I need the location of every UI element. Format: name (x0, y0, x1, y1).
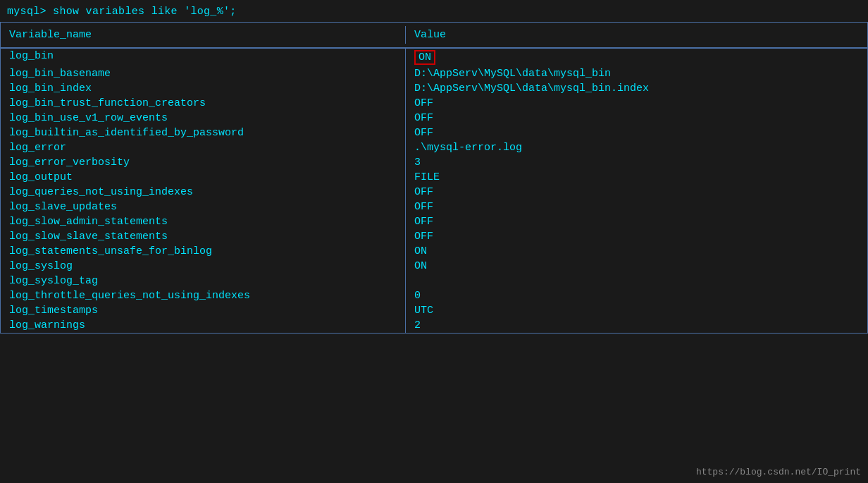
variable-cell: log_slave_updates (1, 200, 406, 214)
value-cell: 3 (406, 155, 867, 170)
variable-cell: log_slow_admin_statements (1, 214, 406, 229)
value-cell: FILE (406, 170, 867, 185)
table-wrapper: Variable_name Value log_binONlog_bin_bas… (0, 22, 868, 334)
table-row: log_error.\mysql-error.log (1, 140, 867, 155)
variable-cell: log_bin (1, 49, 406, 66)
variable-cell: log_throttle_queries_not_using_indexes (1, 288, 406, 303)
table-row: log_timestampsUTC (1, 303, 867, 318)
table-row: log_syslogON (1, 259, 867, 274)
variable-cell: log_statements_unsafe_for_binlog (1, 244, 406, 259)
value-cell: OFF (406, 185, 867, 200)
variable-cell: log_bin_use_v1_row_events (1, 111, 406, 126)
value-cell: OFF (406, 111, 867, 126)
table-row: log_slow_slave_statementsOFF (1, 229, 867, 244)
variable-cell: log_builtin_as_identified_by_password (1, 126, 406, 140)
value-cell: OFF (406, 200, 867, 214)
on-highlight-badge: ON (414, 50, 435, 65)
variable-cell: log_bin_basename (1, 66, 406, 81)
command-line: mysql> show variables like 'log_%'; (0, 0, 868, 22)
variable-cell: log_bin_index (1, 81, 406, 96)
value-cell: D:\AppServ\MySQL\data\mysql_bin (406, 66, 867, 81)
variable-cell: log_error_verbosity (1, 155, 406, 170)
table-row: log_builtin_as_identified_by_passwordOFF (1, 126, 867, 140)
value-cell: ON (406, 244, 867, 259)
table-row: log_syslog_tag (1, 274, 867, 288)
variable-cell: log_slow_slave_statements (1, 229, 406, 244)
table-row: log_error_verbosity3 (1, 155, 867, 170)
value-cell: ON (406, 49, 867, 66)
terminal: mysql> show variables like 'log_%'; Vari… (0, 0, 868, 483)
variable-cell: log_error (1, 140, 406, 155)
header-value: Value (406, 26, 867, 44)
header-variable: Variable_name (1, 26, 406, 44)
variable-cell: log_bin_trust_function_creators (1, 96, 406, 111)
variable-cell: log_warnings (1, 318, 406, 333)
table-row: log_bin_use_v1_row_eventsOFF (1, 111, 867, 126)
table-row: log_binON (1, 49, 867, 66)
table-row: log_queries_not_using_indexesOFF (1, 185, 867, 200)
table-row: log_slow_admin_statementsOFF (1, 214, 867, 229)
value-cell: UTC (406, 303, 867, 318)
rows-container: log_binONlog_bin_basenameD:\AppServ\MySQ… (1, 49, 867, 333)
value-cell: 2 (406, 318, 867, 333)
bottom-divider (1, 333, 867, 334)
variable-cell: log_output (1, 170, 406, 185)
table-row: log_slave_updatesOFF (1, 200, 867, 214)
value-cell: ON (406, 259, 867, 274)
value-cell: OFF (406, 229, 867, 244)
table-row: log_statements_unsafe_for_binlogON (1, 244, 867, 259)
variable-cell: log_syslog_tag (1, 274, 406, 288)
value-cell: OFF (406, 214, 867, 229)
variable-cell: log_syslog (1, 259, 406, 274)
watermark: https://blog.csdn.net/IO_print (696, 467, 861, 477)
variable-cell: log_queries_not_using_indexes (1, 185, 406, 200)
table-row: log_bin_basenameD:\AppServ\MySQL\data\my… (1, 66, 867, 81)
table-row: log_outputFILE (1, 170, 867, 185)
value-cell: .\mysql-error.log (406, 140, 867, 155)
table-row: log_bin_indexD:\AppServ\MySQL\data\mysql… (1, 81, 867, 96)
value-cell: OFF (406, 126, 867, 140)
value-cell (406, 274, 867, 288)
table-header: Variable_name Value (1, 23, 867, 48)
table-row: log_bin_trust_function_creatorsOFF (1, 96, 867, 111)
variable-cell: log_timestamps (1, 303, 406, 318)
value-cell: 0 (406, 288, 867, 303)
table-row: log_warnings2 (1, 318, 867, 333)
value-cell: D:\AppServ\MySQL\data\mysql_bin.index (406, 81, 867, 96)
table-row: log_throttle_queries_not_using_indexes0 (1, 288, 867, 303)
value-cell: OFF (406, 96, 867, 111)
